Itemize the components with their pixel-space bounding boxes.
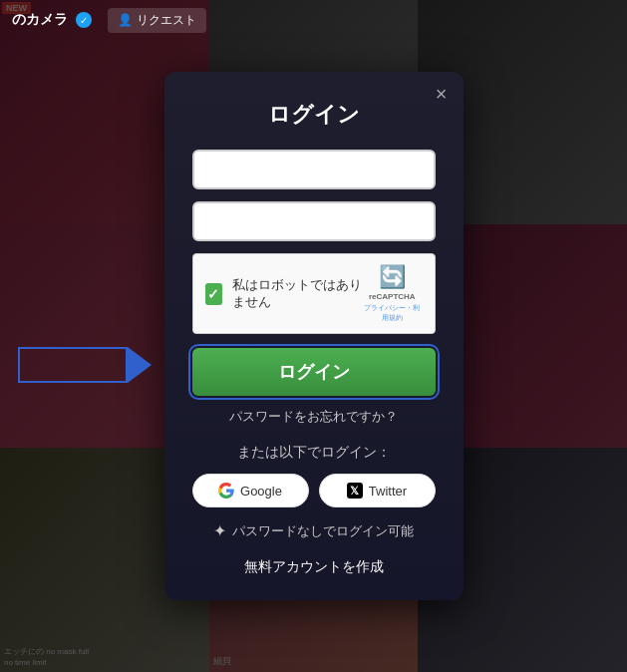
google-label: Google: [240, 484, 282, 499]
twitter-x-icon: 𝕏: [347, 483, 363, 499]
sparkle-icon: ✦: [213, 521, 226, 540]
recaptcha-text: 私はロボットではありません: [232, 277, 363, 311]
passwordless-login-button[interactable]: ✦ パスワードなしでログイン可能: [192, 521, 436, 540]
recaptcha-links: プライバシー・利用規約: [362, 303, 422, 323]
recaptcha-widget[interactable]: ✓ 私はロボットではありません 🔄 reCAPTCHA プライバシー・利用規約: [192, 253, 436, 334]
login-modal: × ログイン ✓ 私はロボットではありません 🔄 reCAPTCHA プライバシ…: [164, 72, 464, 600]
passwordless-label: パスワードなしでログイン可能: [232, 522, 414, 540]
social-buttons: Google 𝕏 Twitter: [192, 474, 436, 507]
social-divider: または以下でログイン：: [192, 444, 436, 462]
google-icon: [218, 483, 234, 499]
arrow-box: [18, 347, 128, 383]
recaptcha-logo-icon: 🔄: [379, 264, 406, 290]
twitter-login-button[interactable]: 𝕏 Twitter: [319, 474, 436, 507]
close-button[interactable]: ×: [436, 84, 448, 104]
recaptcha-brand: reCAPTCHA: [369, 292, 416, 301]
google-login-button[interactable]: Google: [192, 474, 309, 507]
twitter-label: Twitter: [369, 484, 407, 499]
create-account-link[interactable]: 無料アカウントを作成: [192, 558, 436, 576]
modal-title: ログイン: [192, 100, 436, 130]
arrow-head: [128, 347, 152, 383]
modal-backdrop: × ログイン ✓ 私はロボットではありません 🔄 reCAPTCHA プライバシ…: [0, 0, 627, 672]
arrow-indicator: [18, 347, 128, 383]
forgot-password-link[interactable]: パスワードをお忘れですか？: [192, 408, 436, 426]
recaptcha-checkmark: ✓: [205, 283, 222, 305]
login-button[interactable]: ログイン: [192, 348, 436, 396]
username-input[interactable]: [192, 150, 436, 189]
password-input[interactable]: [192, 201, 436, 241]
